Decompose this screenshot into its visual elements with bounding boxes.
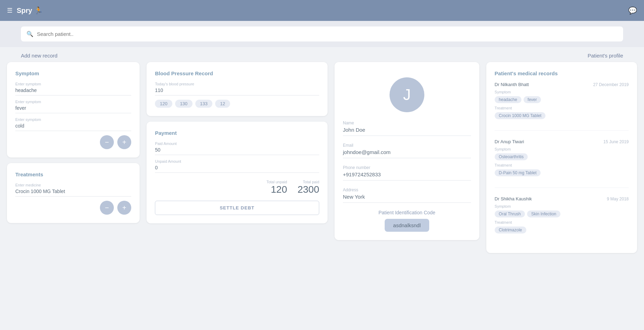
record-treatments-3: Clotrimazole [495,227,629,233]
payment-card-title: Payment [155,130,319,136]
record-treatment-label-2: Treatment [495,163,629,167]
record-treatment-label-1: Treatment [495,106,629,110]
records-card: Patient's medical records Dr Nilkanth Bh… [486,62,637,253]
record-entry-1: Dr Nilkanth Bhatt 27 December 2019 Sympt… [495,82,629,131]
treatment-btn-group: − + [15,201,131,215]
bp-input: Today's blood pressure 110 [155,82,319,95]
patient-id-code: asdnalksndl [385,219,429,232]
middle-column: Blood Pressure Record Today's blood pres… [147,62,328,253]
app-header: ☰ Spry 🏃 💬 [0,0,644,21]
name-field: Name John Doe [343,121,471,136]
bp-chip-1[interactable]: 120 [155,100,172,108]
symptom-value-3[interactable]: cold [15,123,131,131]
record-symptom-label-2: Symptom [495,147,629,151]
symptom-add-button[interactable]: + [117,135,131,149]
record-entry-2: Dr Anup Tiwari 15 June 2019 Symptom Oste… [495,139,629,188]
avatar: J [390,77,424,112]
total-unpaid-value: 120 [266,184,287,195]
name-value[interactable]: John Doe [343,127,471,136]
section-headers: Add new record Patient's profile [0,47,644,62]
symptom-card-title: Symptom [15,70,131,76]
profile-card: J Name John Doe Email johndoe@gmail.com … [335,62,479,240]
symptom-label-2: Enter symptom [15,100,131,104]
symptom-value-1[interactable]: headache [15,87,131,95]
avatar-letter: J [403,86,411,103]
total-unpaid-label: Total unpaid [266,180,287,184]
search-container: 🔍 [0,21,644,47]
bp-chips: 120 130 133 12 [155,100,319,108]
avatar-container: J [343,70,471,112]
name-label: Name [343,121,471,125]
record-treatment-label-3: Treatment [495,220,629,224]
treatments-card-title: Treatments [15,171,131,177]
email-value[interactable]: johndoe@gmail.com [343,149,471,158]
record-doctor-3: Dr Shikha Kaushik [495,196,532,201]
treatment-label-1: Enter medicine [15,183,131,187]
blood-pressure-card: Blood Pressure Record Today's blood pres… [147,62,328,116]
total-paid-label: Total paid [298,180,319,184]
phone-field: Phone number +919724252833 [343,165,471,181]
symptom-input-1: Enter symptom headache [15,82,131,95]
record-symptoms-2: Osteoarthritis [495,153,629,160]
unpaid-amount-label: Unpaid Amount [155,159,319,163]
symptom-remove-button[interactable]: − [100,135,114,149]
bp-chip-2[interactable]: 130 [175,100,193,108]
bp-chip-4[interactable]: 12 [215,100,230,108]
record-doctor-2: Dr Anup Tiwari [495,139,524,144]
symptom-input-3: Enter symptom cold [15,117,131,131]
record-date-2: 15 June 2019 [603,139,629,144]
patient-id-label: Patient Identification Code [343,210,471,215]
paid-amount-input: Paid Amount 50 [155,141,319,155]
address-field: Address New York [343,187,471,203]
chat-icon[interactable]: 💬 [628,6,637,15]
symptom-tag: Skin Infection [527,210,560,217]
hamburger-icon[interactable]: ☰ [7,7,13,14]
treatment-add-button[interactable]: + [117,201,131,215]
search-input[interactable] [37,31,618,37]
runner-icon: 🏃 [34,6,43,15]
record-doctor-1: Dr Nilkanth Bhatt [495,82,529,87]
bp-chip-3[interactable]: 133 [195,100,213,108]
profile-column: J Name John Doe Email johndoe@gmail.com … [335,62,479,253]
record-header-3: Dr Shikha Kaushik 9 May 2018 [495,196,629,201]
main-content: Symptom Enter symptom headache Enter sym… [0,62,644,260]
phone-value[interactable]: +919724252833 [343,171,471,181]
symptom-tag: Oral Thrush [495,210,525,217]
phone-label: Phone number [343,165,471,170]
bp-card-title: Blood Pressure Record [155,70,319,76]
settle-debt-button[interactable]: SETTLE DEBT [155,201,319,215]
treatment-tag: D-Pain 50 mg Tablet [495,169,541,176]
left-column: Symptom Enter symptom headache Enter sym… [7,62,140,253]
email-label: Email [343,143,471,148]
paid-amount-label: Paid Amount [155,141,319,146]
search-icon: 🔍 [26,31,33,37]
record-entry-3: Dr Shikha Kaushik 9 May 2018 Symptom Ora… [495,196,629,245]
bp-today-value[interactable]: 110 [155,87,319,95]
record-symptom-label-3: Symptom [495,204,629,208]
record-date-1: 27 December 2019 [593,82,629,87]
total-row: Total unpaid 120 Total paid 2300 [155,177,319,195]
record-date-3: 9 May 2018 [607,197,629,201]
symptom-value-2[interactable]: fever [15,105,131,113]
unpaid-amount-value[interactable]: 0 [155,165,319,173]
records-column: Patient's medical records Dr Nilkanth Bh… [486,62,637,253]
records-card-title: Patient's medical records [495,70,629,76]
record-symptoms-1: headache fever [495,96,629,103]
treatment-remove-button[interactable]: − [100,201,114,215]
symptom-tag: headache [495,96,521,103]
bp-today-label: Today's blood pressure [155,82,319,86]
app-title-text: Spry [17,7,32,15]
paid-amount-value[interactable]: 50 [155,147,319,155]
total-unpaid-item: Total unpaid 120 [266,180,287,195]
record-treatments-2: D-Pain 50 mg Tablet [495,169,629,176]
address-value[interactable]: New York [343,194,471,203]
address-label: Address [343,187,471,192]
add-record-header: Add new record [21,53,57,59]
symptom-input-2: Enter symptom fever [15,100,131,113]
unpaid-amount-input: Unpaid Amount 0 [155,159,319,173]
search-bar: 🔍 [21,26,623,41]
treatment-value-1[interactable]: Crocin 1000 MG Tablet [15,189,131,197]
symptom-label-3: Enter symptom [15,117,131,122]
symptom-tag: Osteoarthritis [495,153,528,160]
treatment-tag: Crocin 1000 MG Tablet [495,112,546,119]
